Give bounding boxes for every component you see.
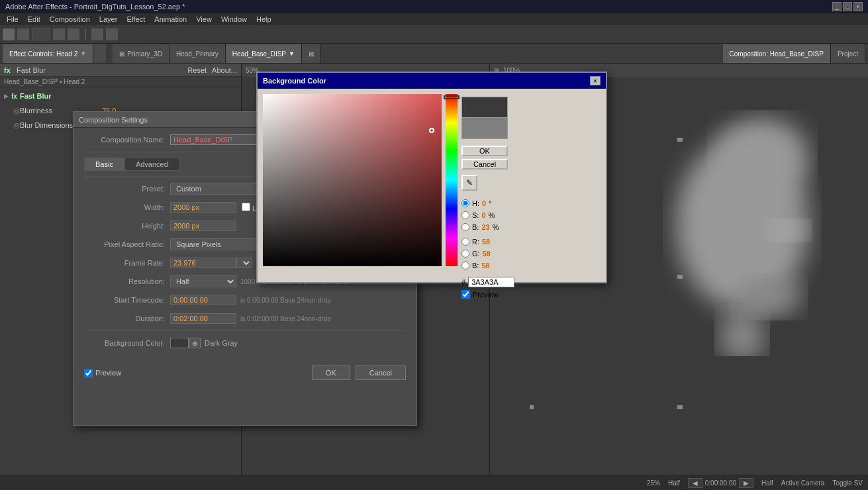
- color-picker-cancel-button[interactable]: Cancel: [461, 159, 508, 170]
- toolbar-icon-5[interactable]: [68, 28, 79, 40]
- hex-label: #: [461, 278, 465, 286]
- picker-preview-row: Preview: [461, 290, 601, 299]
- toggle-sv-button[interactable]: Toggle SV: [832, 479, 863, 487]
- tab-head-base-menu[interactable]: ▼: [289, 50, 295, 57]
- radio-hue-input[interactable]: [461, 199, 469, 207]
- toolbar: [0, 25, 868, 44]
- pixel-aspect-label: Pixel Aspect Ratio:: [84, 240, 170, 248]
- effect-controls-header-text: fx Fast Blur: [4, 66, 46, 74]
- start-timecode-input[interactable]: [170, 295, 236, 305]
- swatch-old-color: [461, 118, 508, 139]
- svg-point-0: [719, 310, 765, 356]
- radio-bri-label: B:: [472, 223, 479, 231]
- menu-edit[interactable]: Edit: [24, 15, 44, 24]
- svg-point-4: [736, 277, 802, 317]
- menu-layer[interactable]: Layer: [95, 15, 122, 24]
- tab-advanced[interactable]: Advanced: [124, 158, 179, 171]
- menu-window[interactable]: Window: [217, 15, 251, 24]
- bg-color-eyedropper[interactable]: ⊕: [189, 338, 201, 348]
- hue-slider[interactable]: [446, 94, 458, 266]
- menu-animation[interactable]: Animation: [150, 15, 191, 24]
- effect-controls-title: fx: [4, 66, 11, 74]
- tab-empty[interactable]: [93, 44, 107, 63]
- comp-settings-title: Composition Settings: [79, 116, 148, 124]
- tab-project[interactable]: Project: [831, 44, 865, 63]
- radio-hue-unit: °: [489, 199, 491, 207]
- tab-basic[interactable]: Basic: [84, 158, 124, 171]
- menu-effect[interactable]: Effect: [122, 15, 149, 24]
- eyedropper-button[interactable]: ✎: [461, 175, 477, 191]
- minimize-button[interactable]: _: [832, 2, 842, 11]
- radio-green-input[interactable]: [461, 250, 469, 258]
- menu-help[interactable]: Help: [252, 15, 275, 24]
- preview-label[interactable]: Preview: [84, 369, 121, 377]
- tab-extra[interactable]: ⊠: [302, 44, 321, 63]
- tab-comp-head-base[interactable]: Composition: Head_Base_DISP: [723, 44, 831, 63]
- toolbar-icon-1[interactable]: [3, 28, 15, 40]
- tab-project-label: Project: [838, 50, 858, 58]
- frame-rate-input[interactable]: [170, 258, 236, 268]
- collapse-icon[interactable]: ▶: [4, 93, 9, 99]
- bg-color-dialog: Background Color × OK Cancel ✎: [256, 72, 607, 283]
- reset-button[interactable]: Reset: [187, 66, 207, 74]
- duration-input[interactable]: [170, 313, 236, 324]
- preview-checkbox[interactable]: [84, 369, 93, 377]
- maximize-button[interactable]: □: [843, 2, 852, 11]
- tab-effect-controls[interactable]: Effect Controls: Head 2 ▼: [3, 44, 93, 63]
- effect-row-fastblur: ▶ fx Fast Blur: [0, 89, 241, 103]
- radio-sat-input[interactable]: [461, 211, 469, 219]
- color-picker-ok-button[interactable]: OK: [461, 146, 508, 156]
- tab-head-base-disp[interactable]: Head_Base_DISP ▼: [226, 44, 302, 63]
- menu-bar: File Edit Composition Layer Effect Anima…: [0, 13, 868, 25]
- frame-rate-dropdown[interactable]: ▼: [236, 258, 252, 268]
- bg-color-close-button[interactable]: ×: [590, 76, 601, 85]
- toolbar-icon-3[interactable]: [32, 28, 50, 40]
- bg-color-swatch[interactable]: [170, 338, 189, 348]
- tab-primary-3d[interactable]: ⊠ Primary_3D: [113, 44, 169, 63]
- tab-head-primary[interactable]: Head_Primary: [169, 44, 226, 63]
- fx-icon: fx: [11, 93, 17, 100]
- status-next-frame[interactable]: ▶: [739, 478, 753, 488]
- color-swatches: [461, 97, 601, 139]
- status-active-camera: Active Camera: [781, 479, 825, 487]
- status-zoom: 25%: [647, 479, 660, 487]
- status-prev-frame[interactable]: ◀: [688, 478, 702, 488]
- title-bar: Adobe After Effects - Portrait_DigTuts_L…: [0, 0, 868, 13]
- close-button[interactable]: ×: [853, 2, 863, 11]
- hex-input[interactable]: [468, 277, 514, 287]
- comp-ok-button[interactable]: OK: [312, 366, 350, 380]
- menu-composition[interactable]: Composition: [46, 15, 94, 24]
- tab-effect-controls-label: Effect Controls: Head 2: [9, 50, 77, 58]
- toolbar-icon-7[interactable]: [106, 28, 118, 40]
- about-button[interactable]: About...: [212, 66, 237, 74]
- tab-close-icon[interactable]: ▼: [80, 50, 86, 57]
- menu-view[interactable]: View: [192, 15, 216, 24]
- picker-preview-checkbox[interactable]: [461, 290, 470, 299]
- blurriness-icon: ◎: [13, 107, 17, 115]
- width-label: Width:: [84, 203, 170, 211]
- color-gradient-bg: [263, 94, 442, 266]
- dot-marker-right: [679, 275, 683, 279]
- comp-cancel-button[interactable]: Cancel: [356, 366, 406, 380]
- divider-3: [84, 330, 406, 331]
- height-input[interactable]: [170, 220, 236, 231]
- status-resolution-2: Half: [761, 479, 773, 487]
- radio-blue-input[interactable]: [461, 262, 469, 270]
- duration-info: is 0:02:00:00 Base 24non-drop: [240, 315, 331, 322]
- radio-group: H: 0 ° S: 0 % B: 23 %: [461, 197, 601, 271]
- toolbar-icon-4[interactable]: [53, 28, 65, 40]
- toolbar-icon-6[interactable]: [91, 28, 103, 40]
- duration-label: Duration:: [84, 315, 170, 322]
- lock-aspect-ratio-checkbox[interactable]: [242, 203, 250, 211]
- radio-red-input[interactable]: [461, 238, 469, 246]
- hue-cursor: [444, 95, 459, 99]
- width-input[interactable]: [170, 202, 236, 213]
- resolution-select[interactable]: Half Full Third Quarter: [170, 275, 236, 287]
- preset-label: Preset:: [84, 185, 170, 193]
- toolbar-icon-2[interactable]: [17, 28, 29, 40]
- menu-file[interactable]: File: [3, 15, 23, 24]
- radio-bri-input[interactable]: [461, 223, 469, 231]
- color-gradient-picker[interactable]: [263, 94, 442, 266]
- resolution-label: Resolution:: [84, 277, 170, 285]
- effect-controls-header: fx Fast Blur Reset About...: [0, 64, 241, 77]
